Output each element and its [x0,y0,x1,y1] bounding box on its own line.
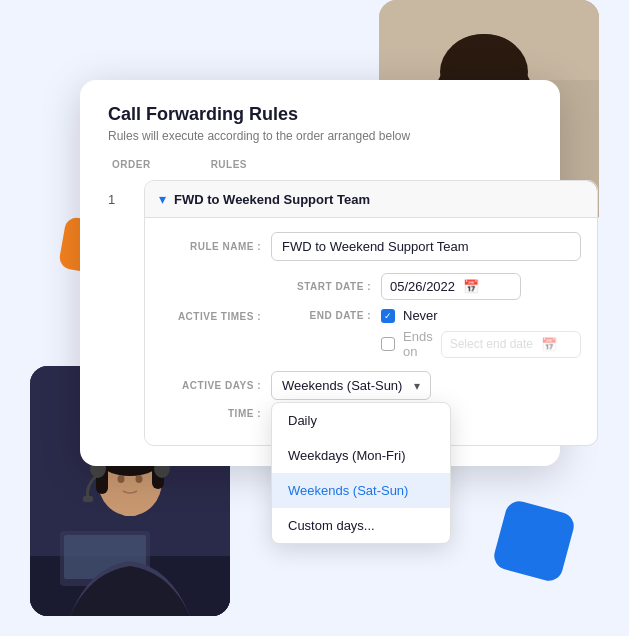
start-date-input[interactable]: 05/26/2022 📅 [381,273,521,300]
ends-on-date-input[interactable]: Select end date 📅 [441,331,581,358]
active-days-menu: Daily Weekdays (Mon-Fri) Weekends (Sat-S… [271,402,451,544]
rule-name-input[interactable] [271,232,581,261]
ends-on-placeholder: Select end date [450,337,533,351]
end-date-row: END DATE : ✓ Never Ends on [271,308,581,359]
active-days-row: ACTIVE DAYS : Weekends (Sat-Sun) ▾ Daily… [161,371,581,400]
ends-on-row: Ends on Select end date 📅 [381,329,581,359]
checkmark-icon: ✓ [384,311,392,321]
svg-point-24 [136,475,143,483]
rule-panel-header[interactable]: ▾ FWD to Weekend Support Team [145,181,597,218]
active-times-label: ACTIVE TIMES : [161,311,261,322]
rule-panel: ▾ FWD to Weekend Support Team RULE NAME … [144,180,598,446]
svg-rect-27 [83,496,93,502]
order-header: ORDER [112,159,151,170]
chevron-down-icon: ▾ [159,191,166,207]
active-days-label: ACTIVE DAYS : [161,380,261,391]
active-times-row: ACTIVE TIMES : START DATE : 05/26/2022 📅 [161,273,581,359]
card-subtitle: Rules will execute according to the orde… [108,129,532,143]
never-label: Never [403,308,438,323]
ends-on-label: Ends on [403,329,433,359]
dropdown-item-weekends[interactable]: Weekends (Sat-Sun) [272,473,450,508]
time-label: TIME : [161,408,261,419]
ends-on-checkbox[interactable] [381,337,395,351]
table-header: ORDER RULES [108,159,532,170]
active-days-value: Weekends (Sat-Sun) [282,378,402,393]
rule-name-label: RULE NAME : [161,241,261,252]
rule-row: 1 ▾ FWD to Weekend Support Team RULE NAM… [108,180,532,446]
start-date-label: START DATE : [271,281,371,292]
ends-on-calendar-icon: 📅 [541,337,557,352]
never-option-row: ✓ Never [381,308,438,323]
start-date-calendar-icon: 📅 [463,279,479,294]
rule-order-number: 1 [108,180,128,207]
main-card: Call Forwarding Rules Rules will execute… [80,80,560,466]
active-days-dropdown[interactable]: Weekends (Sat-Sun) ▾ [271,371,431,400]
start-date-row: START DATE : 05/26/2022 📅 [271,273,581,300]
dropdown-item-daily[interactable]: Daily [272,403,450,438]
dropdown-arrow-icon: ▾ [414,379,420,393]
svg-point-8 [448,34,520,82]
rules-header: RULES [211,159,247,170]
dropdown-item-weekdays[interactable]: Weekdays (Mon-Fri) [272,438,450,473]
rule-name-row: RULE NAME : [161,232,581,261]
card-title: Call Forwarding Rules [108,104,532,125]
end-date-label: END DATE : [271,310,371,321]
svg-point-23 [118,475,125,483]
never-checkbox[interactable]: ✓ [381,309,395,323]
dropdown-item-custom[interactable]: Custom days... [272,508,450,543]
start-date-value: 05/26/2022 [390,279,455,294]
decorative-blob-blue [491,498,577,584]
rule-panel-body: RULE NAME : ACTIVE TIMES : START DATE : … [145,218,597,445]
rule-panel-title: FWD to Weekend Support Team [174,192,370,207]
